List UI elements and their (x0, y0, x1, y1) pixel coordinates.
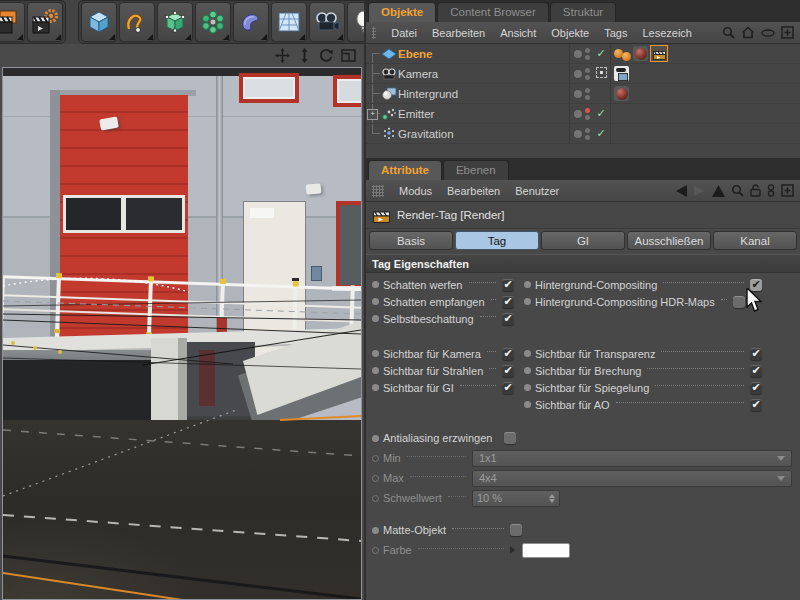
object-row-hintergrund[interactable]: Hintergrund (366, 84, 800, 104)
anim-dot[interactable] (372, 495, 379, 502)
deformer-tool-button[interactable] (233, 2, 269, 42)
layer-dot[interactable] (574, 130, 582, 138)
anim-dot[interactable] (524, 281, 531, 288)
anim-dot[interactable] (372, 384, 379, 391)
material-tag[interactable] (614, 86, 629, 101)
object-row-emitter[interactable]: + Emitter ✓ (366, 104, 800, 124)
menu-lesezeichen[interactable]: Lesezeich (642, 27, 692, 39)
viewport-canvas[interactable] (2, 67, 362, 600)
layer-dot[interactable] (574, 70, 582, 78)
expand-triangle-icon[interactable] (510, 546, 515, 554)
step-down-icon[interactable] (549, 499, 555, 503)
checkbox-selbstbeschattung[interactable]: ✔ (502, 313, 514, 325)
menu-datei[interactable]: Datei (391, 27, 417, 39)
array-tool-button[interactable] (195, 2, 231, 42)
toggle-view-icon[interactable] (341, 48, 356, 63)
enabled-check[interactable]: ✓ (593, 107, 609, 120)
menu-tags[interactable]: Tags (604, 27, 627, 39)
anim-dot[interactable] (524, 350, 531, 357)
anim-dot[interactable] (372, 475, 379, 482)
checkbox-sichtbar-transparenz[interactable]: ✔ (750, 348, 762, 360)
checkbox-sichtbar-gi[interactable]: ✔ (502, 382, 514, 394)
checkbox-sichtbar-ao[interactable]: ✔ (750, 399, 762, 411)
render-tag-selected[interactable] (650, 45, 668, 62)
editor-visibility-dot[interactable] (585, 68, 590, 73)
checkbox-sichtbar-kamera[interactable]: ✔ (502, 348, 514, 360)
expand-icon[interactable]: + (367, 109, 378, 120)
menu-objekte[interactable]: Objekte (551, 27, 589, 39)
material-tag[interactable] (633, 46, 648, 61)
render-visibility-dot[interactable] (585, 75, 590, 80)
camera-tool-button[interactable] (309, 2, 345, 42)
back-icon[interactable] (674, 185, 688, 197)
panel-grip-icon[interactable] (372, 27, 376, 39)
anim-dot[interactable] (524, 298, 531, 305)
render-view-button[interactable] (0, 2, 25, 42)
lock-icon[interactable] (750, 184, 761, 197)
spline-tool-button[interactable] (119, 2, 155, 42)
render-visibility-dot[interactable] (585, 135, 590, 140)
home-icon[interactable] (741, 26, 755, 39)
object-row-ebene[interactable]: Ebene ✓ (366, 44, 800, 64)
anim-dot[interactable] (372, 315, 379, 322)
menu-benutzer[interactable]: Benutzer (515, 185, 559, 197)
anim-dot[interactable] (372, 350, 379, 357)
schwellwert-stepper[interactable]: 10 % (472, 490, 560, 507)
render-visibility-dot[interactable] (585, 95, 590, 100)
checkbox-antialiasing[interactable] (504, 432, 516, 444)
zoom-view-icon[interactable] (297, 48, 312, 63)
anim-dot[interactable] (372, 527, 379, 534)
camera-composition-tag[interactable] (614, 66, 629, 81)
tab-kanal[interactable]: Kanal (713, 231, 797, 250)
anim-dot[interactable] (372, 281, 379, 288)
checkbox-hdr-maps[interactable] (733, 296, 745, 308)
link-icon[interactable] (767, 184, 775, 197)
layer-dot[interactable] (574, 50, 582, 58)
anim-dot[interactable] (524, 401, 531, 408)
menu-bearbeiten[interactable]: Bearbeiten (432, 27, 485, 39)
layer-dot[interactable] (574, 90, 582, 98)
min-dropdown[interactable]: 1x1 (472, 450, 792, 467)
menu-bearbeiten-attr[interactable]: Bearbeiten (447, 185, 500, 197)
render-visibility-dot[interactable] (585, 55, 590, 60)
enabled-check[interactable]: ✓ (593, 47, 609, 60)
forward-icon[interactable] (694, 185, 706, 197)
menu-ansicht[interactable]: Ansicht (500, 27, 536, 39)
tab-basis[interactable]: Basis (369, 231, 453, 250)
checkbox-matte-objekt[interactable] (510, 524, 522, 536)
render-settings-button[interactable] (27, 2, 63, 42)
tab-struktur[interactable]: Struktur (550, 2, 616, 22)
tab-objekte[interactable]: Objekte (368, 2, 436, 22)
checkbox-schatten-empfangen[interactable]: ✔ (502, 296, 514, 308)
anim-dot[interactable] (372, 547, 379, 554)
farbe-color-swatch[interactable] (522, 543, 570, 558)
tab-ebenen[interactable]: Ebenen (443, 160, 509, 180)
tab-attribute[interactable]: Attribute (368, 160, 442, 180)
editor-visibility-dot[interactable] (585, 88, 590, 93)
orange-dot-tag[interactable] (622, 52, 631, 61)
anim-dot[interactable] (372, 455, 379, 462)
add-cube-button[interactable] (81, 2, 117, 42)
anim-dot[interactable] (524, 367, 531, 374)
menu-modus[interactable]: Modus (399, 185, 432, 197)
object-row-gravitation[interactable]: Gravitation ✓ (366, 124, 800, 144)
up-icon[interactable] (712, 185, 725, 197)
editor-visibility-dot[interactable] (585, 108, 590, 113)
layer-dot[interactable] (574, 110, 582, 118)
edit-object-button[interactable] (157, 2, 193, 42)
checkbox-schatten-werfen[interactable]: ✔ (502, 279, 514, 291)
tab-ausschliessen[interactable]: Ausschließen (627, 231, 711, 250)
step-up-icon[interactable] (549, 494, 555, 498)
pan-view-icon[interactable] (275, 48, 290, 63)
checkbox-sichtbar-strahlen[interactable]: ✔ (502, 365, 514, 377)
object-row-kamera[interactable]: Kamera (366, 64, 800, 84)
search-icon[interactable] (722, 26, 735, 39)
search-icon[interactable] (731, 184, 744, 197)
camera-active-toggle[interactable] (593, 67, 609, 80)
anim-dot[interactable] (372, 367, 379, 374)
panel-grip-icon[interactable] (372, 185, 384, 197)
editor-visibility-dot[interactable] (585, 128, 590, 133)
checkbox-sichtbar-spiegelung[interactable]: ✔ (750, 382, 762, 394)
tab-content-browser[interactable]: Content Browser (437, 2, 549, 22)
render-visibility-dot[interactable] (585, 115, 590, 120)
